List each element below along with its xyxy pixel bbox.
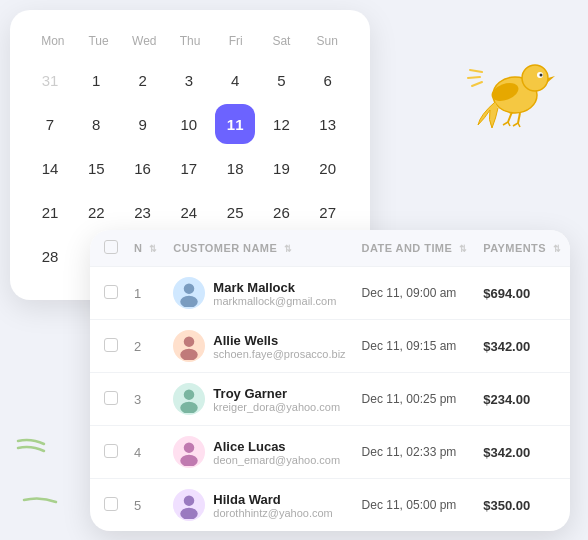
cell-status: Rejected bbox=[569, 373, 570, 426]
table-card: N ⇅ CUSTOMER NAME ⇅ DATE AND TIME ⇅ PAYM… bbox=[90, 230, 570, 531]
customer-name: Mark Mallock bbox=[213, 280, 336, 295]
cal-cell[interactable]: 22 bbox=[76, 192, 116, 232]
cal-cell[interactable]: 19 bbox=[261, 148, 301, 188]
table-row[interactable]: 3 Troy Garner kreiger_dora@yahoo.com Dec… bbox=[90, 373, 570, 426]
cell-num: 4 bbox=[126, 426, 165, 479]
cell-checkbox[interactable] bbox=[90, 373, 126, 426]
cell-datetime: Dec 11, 09:00 am bbox=[354, 267, 476, 320]
cell-status: Pending bbox=[569, 320, 570, 373]
day-sat: Sat bbox=[259, 30, 305, 52]
svg-point-21 bbox=[184, 442, 195, 453]
col-status[interactable]: STATUS ⇅ bbox=[569, 230, 570, 267]
svg-line-14 bbox=[472, 82, 482, 86]
cal-cell[interactable]: 10 bbox=[169, 104, 209, 144]
cell-customer: Alice Lucas deon_emard@yahoo.com bbox=[165, 426, 353, 479]
svg-point-20 bbox=[181, 402, 199, 413]
svg-line-11 bbox=[518, 123, 520, 127]
day-fri: Fri bbox=[213, 30, 259, 52]
svg-point-19 bbox=[184, 389, 195, 400]
col-datetime[interactable]: DATE AND TIME ⇅ bbox=[354, 230, 476, 267]
appointments-table: N ⇅ CUSTOMER NAME ⇅ DATE AND TIME ⇅ PAYM… bbox=[90, 230, 570, 531]
svg-point-16 bbox=[181, 296, 199, 307]
cal-cell[interactable]: 4 bbox=[215, 60, 255, 100]
cal-cell[interactable]: 18 bbox=[215, 148, 255, 188]
cell-checkbox[interactable] bbox=[90, 267, 126, 320]
main-container: Mon Tue Wed Thu Fri Sat Sun 311234567891… bbox=[0, 0, 588, 540]
table-row[interactable]: 2 Allie Wells schoen.faye@prosacco.biz D… bbox=[90, 320, 570, 373]
day-sun: Sun bbox=[304, 30, 350, 52]
cal-cell[interactable]: 14 bbox=[30, 148, 70, 188]
svg-point-23 bbox=[184, 495, 195, 506]
cal-cell[interactable]: 13 bbox=[308, 104, 348, 144]
cell-status: Accepted bbox=[569, 267, 570, 320]
cal-cell[interactable]: 17 bbox=[169, 148, 209, 188]
table-row[interactable]: 4 Alice Lucas deon_emard@yahoo.com Dec 1… bbox=[90, 426, 570, 479]
avatar bbox=[173, 383, 205, 415]
col-payment[interactable]: PAYMENTS ⇅ bbox=[475, 230, 569, 267]
cal-cell[interactable]: 21 bbox=[30, 192, 70, 232]
customer-email: kreiger_dora@yahoo.com bbox=[213, 401, 340, 413]
row-checkbox[interactable] bbox=[104, 497, 118, 511]
customer-email: dorothhintz@yahoo.com bbox=[213, 507, 332, 519]
cell-payment: $342.00 bbox=[475, 320, 569, 373]
cell-payment: $234.00 bbox=[475, 373, 569, 426]
cal-cell[interactable]: 25 bbox=[215, 192, 255, 232]
customer-name: Troy Garner bbox=[213, 386, 340, 401]
sort-icon-payment: ⇅ bbox=[553, 244, 561, 254]
cal-cell[interactable]: 16 bbox=[123, 148, 163, 188]
col-customer[interactable]: CUSTOMER NAME ⇅ bbox=[165, 230, 353, 267]
cell-customer: Mark Mallock markmallock@gmail.com bbox=[165, 267, 353, 320]
day-mon: Mon bbox=[30, 30, 76, 52]
cal-cell[interactable]: 2 bbox=[123, 60, 163, 100]
table-row[interactable]: 5 Hilda Ward dorothhintz@yahoo.com Dec 1… bbox=[90, 479, 570, 532]
svg-point-3 bbox=[540, 74, 543, 77]
header-checkbox[interactable] bbox=[104, 240, 118, 254]
svg-line-8 bbox=[503, 122, 508, 125]
row-checkbox[interactable] bbox=[104, 391, 118, 405]
row-checkbox[interactable] bbox=[104, 338, 118, 352]
cell-payment: $350.00 bbox=[475, 479, 569, 532]
cal-cell[interactable]: 11 bbox=[215, 104, 255, 144]
table-row[interactable]: 1 Mark Mallock markmallock@gmail.com Dec… bbox=[90, 267, 570, 320]
svg-point-17 bbox=[184, 336, 195, 347]
cell-checkbox[interactable] bbox=[90, 320, 126, 373]
avatar bbox=[173, 436, 205, 468]
cal-cell[interactable]: 12 bbox=[261, 104, 301, 144]
cal-cell[interactable]: 3 bbox=[169, 60, 209, 100]
cal-cell[interactable]: 28 bbox=[30, 236, 70, 276]
cal-cell[interactable]: 27 bbox=[308, 192, 348, 232]
cell-payment: $694.00 bbox=[475, 267, 569, 320]
cal-cell[interactable]: 8 bbox=[76, 104, 116, 144]
cell-checkbox[interactable] bbox=[90, 479, 126, 532]
day-thu: Thu bbox=[167, 30, 213, 52]
cal-cell[interactable]: 31 bbox=[30, 60, 70, 100]
cal-cell[interactable]: 5 bbox=[261, 60, 301, 100]
cell-datetime: Dec 11, 05:00 pm bbox=[354, 479, 476, 532]
svg-line-7 bbox=[518, 113, 520, 123]
cell-customer: Hilda Ward dorothhintz@yahoo.com bbox=[165, 479, 353, 532]
cal-cell[interactable]: 26 bbox=[261, 192, 301, 232]
cell-checkbox[interactable] bbox=[90, 426, 126, 479]
row-checkbox[interactable] bbox=[104, 285, 118, 299]
cell-num: 5 bbox=[126, 479, 165, 532]
cal-cell[interactable]: 23 bbox=[123, 192, 163, 232]
cal-cell[interactable]: 20 bbox=[308, 148, 348, 188]
cal-cell[interactable]: 15 bbox=[76, 148, 116, 188]
avatar bbox=[173, 277, 205, 309]
svg-line-13 bbox=[468, 77, 480, 78]
cell-datetime: Dec 11, 02:33 pm bbox=[354, 426, 476, 479]
svg-line-10 bbox=[513, 123, 518, 126]
cal-cell[interactable]: 6 bbox=[308, 60, 348, 100]
customer-email: schoen.faye@prosacco.biz bbox=[213, 348, 345, 360]
sort-icon-customer: ⇅ bbox=[284, 244, 292, 254]
cal-cell[interactable]: 7 bbox=[30, 104, 70, 144]
cal-cell[interactable]: 9 bbox=[123, 104, 163, 144]
col-num[interactable]: N ⇅ bbox=[126, 230, 165, 267]
customer-info: Alice Lucas deon_emard@yahoo.com bbox=[213, 439, 340, 466]
day-tue: Tue bbox=[76, 30, 122, 52]
row-checkbox[interactable] bbox=[104, 444, 118, 458]
cell-num: 1 bbox=[126, 267, 165, 320]
cal-cell[interactable]: 24 bbox=[169, 192, 209, 232]
cal-cell[interactable]: 1 bbox=[76, 60, 116, 100]
cell-customer: Troy Garner kreiger_dora@yahoo.com bbox=[165, 373, 353, 426]
